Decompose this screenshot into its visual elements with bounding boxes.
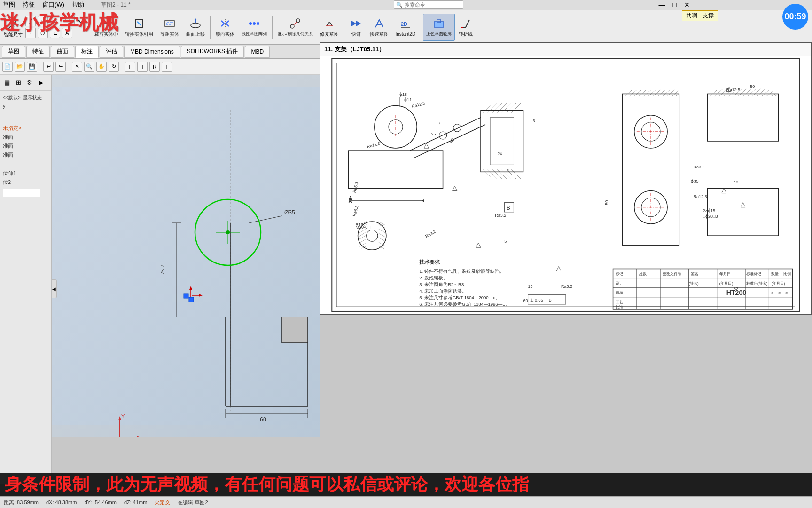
fast-sketch-btn[interactable]: 快进 (346, 14, 366, 41)
svg-line-70 (497, 103, 507, 113)
svg-text:5: 5 (504, 239, 507, 244)
rotate-btn[interactable]: ↻ (109, 62, 119, 72)
svg-point-11 (290, 24, 294, 28)
svg-text:4: 4 (507, 168, 509, 173)
svg-line-118 (663, 90, 670, 96)
svg-line-71 (502, 103, 511, 113)
tab-mbd-dim[interactable]: MBD Dimensions (124, 46, 180, 58)
mirror-btn[interactable]: 镜向实体 (212, 14, 238, 41)
dz-status: dZ: 41mm (124, 500, 148, 505)
svg-text:处数: 处数 (639, 272, 647, 276)
tab-surface[interactable]: 曲面 (51, 46, 74, 58)
close-icon[interactable]: ✕ (684, 1, 690, 8)
technical-drawing-panel: 11. 支架（LJT05.11） (320, 42, 812, 315)
svg-text:50: 50 (604, 200, 609, 205)
sketch-canvas: 75.7 60 Ø35 (52, 75, 320, 437)
quick-sketch-btn[interactable]: 快速草图 (367, 14, 392, 41)
watermark-bottom: 身条件限制，此为无声视频，有任何问题可以私信或评论，欢迎各位指 (0, 473, 812, 496)
right-view-btn[interactable]: R (149, 62, 160, 72)
bend-line-btn[interactable]: 转折线 (455, 14, 476, 41)
feature-manager-icon[interactable]: ▤ (2, 78, 12, 88)
svg-text:设计: 设计 (616, 281, 623, 286)
svg-text:2. 发泡钢板。: 2. 发泡钢板。 (419, 275, 448, 280)
svg-text:Ra3.2: Ra3.2 (561, 284, 572, 289)
configuration-icon[interactable]: ⚙ (24, 78, 35, 88)
minimize-icon[interactable]: — (659, 1, 665, 8)
new-btn[interactable]: 📄 (2, 62, 13, 72)
svg-line-75 (488, 169, 497, 179)
svg-line-113 (639, 90, 646, 96)
svg-text:6. 未注几何必要参考GB/T 1184—1996—L。: 6. 未注几何必要参考GB/T 1184—1996—L。 (419, 302, 509, 307)
svg-text:1. 铸件不得有气孔、裂纹及砂眼等缺陷。: 1. 铸件不得有气孔、裂纹及砂眼等缺陷。 (419, 269, 504, 274)
instant2d-btn[interactable]: 2D Instant2D (392, 14, 419, 41)
svg-line-61 (410, 118, 481, 151)
relations-btn[interactable]: 显示/删除几何关系 (274, 14, 316, 41)
dx-status: dX: 48.38mm (46, 500, 77, 505)
top-view-btn[interactable]: T (137, 62, 148, 72)
main-canvas[interactable]: 75.7 60 Ø35 (52, 75, 320, 437)
extrude-value-input[interactable] (3, 189, 40, 197)
svg-line-88 (359, 236, 366, 239)
unspecified-prop: 未指定> (3, 124, 48, 133)
svg-line-125 (715, 89, 723, 96)
svg-text:Ra3.2: Ra3.2 (424, 229, 437, 239)
svg-line-133 (752, 89, 760, 96)
svg-text:ϕ18: ϕ18 (399, 92, 407, 97)
color-sketch-btn[interactable]: 上色草图轮廓 (423, 14, 455, 41)
svg-text:25: 25 (431, 132, 436, 136)
property-manager-icon[interactable]: ⊞ (13, 78, 23, 88)
tab-sketch[interactable]: 草图 (2, 46, 25, 58)
select-btn[interactable]: ↖ (72, 62, 82, 72)
search-input[interactable] (405, 2, 461, 8)
front-view-btn[interactable]: F (125, 62, 135, 72)
undo-btn[interactable]: ↩ (43, 62, 54, 72)
svg-text:40: 40 (734, 180, 738, 184)
redo-btn[interactable]: ↪ (55, 62, 66, 72)
svg-line-68 (488, 103, 497, 113)
svg-point-64 (453, 124, 461, 132)
tab-evaluate[interactable]: 评估 (100, 46, 123, 58)
sep-v2 (69, 62, 69, 71)
save-btn[interactable]: 💾 (27, 62, 37, 72)
repair-btn[interactable]: 修复草图 (317, 14, 342, 41)
zoom-btn[interactable]: 🔍 (84, 62, 94, 72)
svg-text:3. 未注圆角为R2～R3。: 3. 未注圆角为R2～R3。 (419, 282, 468, 287)
svg-text:Ra6.3: Ra6.3 (352, 205, 359, 217)
svg-line-137 (771, 94, 775, 96)
tab-mbd[interactable]: MBD (245, 46, 270, 58)
isometric-btn[interactable]: I (162, 62, 172, 72)
svg-text:Ra3.2: Ra3.2 (693, 165, 704, 169)
status-bar: 距离: 83.59mm dX: 48.38mm dY: -54.46mm dZ:… (0, 496, 812, 508)
svg-text:75.7: 75.7 (160, 265, 165, 275)
svg-line-138 (775, 95, 777, 96)
sep5 (421, 16, 421, 39)
tab-annotation[interactable]: 标注 (75, 46, 99, 58)
svg-text:50: 50 (750, 84, 755, 89)
pan-btn[interactable]: ✋ (96, 62, 107, 72)
svg-line-73 (511, 103, 521, 113)
open-btn[interactable]: 📂 (15, 62, 25, 72)
svg-rect-20 (52, 87, 320, 425)
svg-text:80: 80 (449, 138, 455, 144)
maximize-icon[interactable]: □ (673, 1, 677, 8)
svg-text:Ra3.2: Ra3.2 (495, 213, 506, 218)
svg-line-134 (757, 89, 765, 96)
svg-line-67 (483, 106, 490, 113)
datum3-prop: 准面 (3, 151, 48, 159)
linear-pattern-btn[interactable]: 线性草图阵列 (238, 14, 270, 41)
svg-text:B: B (507, 205, 510, 211)
tab-feature[interactable]: 特征 (26, 46, 50, 58)
y-prop: y (3, 102, 48, 110)
more-icon[interactable]: ▶ (36, 78, 46, 88)
svg-text:Y: Y (121, 413, 125, 419)
svg-text:6: 6 (533, 119, 535, 123)
panel-collapse-btn[interactable]: ◀ (51, 279, 57, 298)
left-panel-icon-row: ▤ ⊞ ⚙ ▶ (0, 75, 51, 91)
svg-text:5. 未注尺寸参考GB/T 1804—2000—c。: 5. 未注尺寸参考GB/T 1804—2000—c。 (419, 295, 500, 300)
svg-rect-47 (184, 294, 188, 298)
svg-line-115 (648, 90, 656, 96)
svg-point-9 (253, 22, 256, 25)
svg-text:数量: 数量 (771, 272, 779, 276)
tab-solidworks-plugin[interactable]: SOLIDWORKS 插件 (181, 46, 244, 58)
svg-text:(签名): (签名) (688, 281, 699, 286)
